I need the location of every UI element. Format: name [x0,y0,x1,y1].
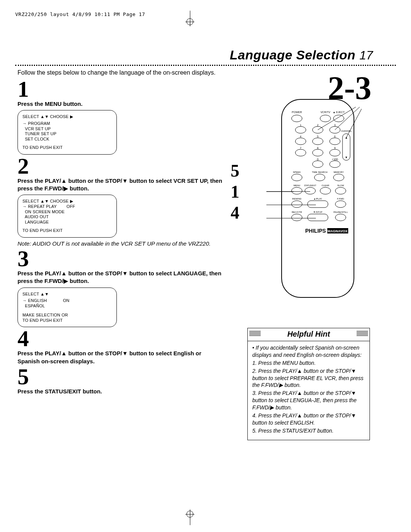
page-title: Language Selection [230,48,355,62]
svg-point-11 [295,149,306,156]
svg-text:6: 6 [334,135,336,138]
osd2-line: ON SCREEN MODE [22,209,112,215]
svg-point-12 [312,149,323,156]
svg-text:4: 4 [300,135,301,138]
intro-text: Follow the steps below to change the lan… [18,69,223,77]
svg-text:▼/STOP: ▼/STOP [313,211,322,213]
helpful-hint-box: Helpful Hint • If you accidentally selec… [247,328,370,440]
crop-mark-bottom [186,511,193,525]
svg-point-38 [292,201,302,208]
svg-point-34 [292,187,302,194]
svg-text:SPEED: SPEED [293,171,301,173]
svg-point-8 [295,138,306,145]
remote-label: POWER [292,111,302,113]
step-text-3: Press the PLAY/▲ button or the STOP/▼ bu… [18,270,223,285]
svg-text:0: 0 [317,158,319,161]
svg-text:7: 7 [300,147,301,149]
svg-point-31 [292,174,302,181]
svg-text:1: 1 [300,124,301,126]
svg-text:TIME SEARCH: TIME SEARCH [312,171,327,173]
svg-text:CLEAR: CLEAR [322,184,330,187]
hint-title: Helpful Hint [248,328,370,341]
osd2-footer: TO END PUSH EXIT [22,228,112,233]
svg-text:5: 5 [317,135,319,138]
svg-text:REC/OTR: REC/OTR [292,211,303,213]
svg-text:8: 8 [317,147,319,149]
callout-1: 1 [231,181,239,202]
hint-item: Press the PLAY/▲ button or the STOP/▼ bu… [252,368,363,388]
svg-text:▼: ▼ [345,156,348,159]
osd2-line: → REPEAT PLAY OFF [22,204,112,209]
svg-point-33 [333,174,344,181]
osd1-footer: TO END PUSH EXIT [22,145,112,150]
step-number-3: 3 [18,248,223,270]
note-audio-out: Note: AUDIO OUT is not available in the … [18,240,223,248]
hint-item: Press the PLAY/▲ button or the STOP/▼ bu… [252,412,356,426]
osd-screen-2: SELECT ▲▼ CHOOSE ▶ → REPEAT PLAY OFF ON … [18,195,117,238]
print-header: VRZ220/250 layout 4/8/99 10:11 PM Page 1… [15,11,396,17]
svg-text:F.FWD: F.FWD [337,198,344,200]
svg-point-41 [292,214,302,221]
svg-text:PAUSE/STILL: PAUSE/STILL [333,211,348,213]
step-text-2: Press the PLAY/▲ button or the STOP/▼ bu… [18,177,223,193]
svg-text:3: 3 [334,124,336,126]
svg-text:MENU: MENU [293,184,300,187]
step-number-4: 4 [18,328,223,350]
step-number-5: 5 [18,366,223,388]
svg-text:▲ EJECT: ▲ EJECT [333,111,345,113]
svg-point-43 [335,214,346,221]
osd3-line: → ENGLISH ON [22,298,112,304]
svg-point-3 [333,115,344,122]
brand-philips: PHILIPS [305,228,326,234]
step-text-5: Press the STATUS/EXIT button. [18,388,223,395]
callout-4: 4 [231,202,239,223]
osd3-footer: MAKE SELECTION OR [22,313,112,318]
svg-text:REWIND: REWIND [292,198,302,200]
osd3-header: SELECT ▲▼ [22,292,112,297]
hint-item: Press the STATUS/EXIT button. [258,428,334,434]
callout-5: 5 [231,160,239,181]
osd-screen-3: SELECT ▲▼ → ENGLISH ON ESPAÑOL MAKE SELE… [18,288,117,328]
svg-point-36 [320,187,331,194]
svg-text:9: 9 [334,147,336,149]
svg-point-5 [295,126,306,133]
svg-point-35 [305,187,315,194]
svg-point-2 [320,115,331,122]
svg-point-15 [330,161,340,168]
remote-label: VCR/TV [320,111,330,113]
step-text-4: Press the PLAY/▲ button or the STOP/▼ bu… [18,350,223,365]
step-number-2: 2 [18,155,223,177]
svg-text:▲/PLAY: ▲/PLAY [314,198,322,200]
osd2-header: SELECT ▲▼ CHOOSE ▶ [22,199,112,204]
crop-mark-top [186,11,193,25]
hint-bullet: If you accidentally select Spanish on-sc… [252,345,362,358]
svg-point-13 [330,149,340,156]
svg-point-9 [312,138,323,145]
svg-point-37 [335,187,346,194]
svg-point-10 [330,138,340,145]
osd1-header: SELECT ▲▼ CHOOSE ▶ [22,114,112,120]
svg-text:+100: +100 [332,158,338,161]
divider-dotted [15,65,396,66]
osd1-line: VCR SET UP [22,126,112,132]
osd2-line: AUDIO OUT [22,214,112,220]
brand-magnavox: MAGNAVOX [328,229,347,233]
svg-rect-39 [307,201,328,208]
osd3-line: ESPAÑOL [22,304,112,309]
svg-text:STATUS/EXIT: STATUS/EXIT [304,184,316,187]
osd1-line: → PROGRAM [22,121,112,126]
osd3-footer: TO END PUSH EXIT [22,318,112,323]
page-number: 17 [359,48,373,62]
osd2-line: LANGUAGE [22,220,112,225]
osd1-line: SET CLOCK [22,137,112,142]
hint-item: Press the PLAY/▲ button or the STOP/▼ bu… [252,390,357,411]
osd-screen-1: SELECT ▲▼ CHOOSE ▶ → PROGRAM VCR SET UP … [18,110,117,155]
svg-text:MEMORY: MEMORY [334,171,344,173]
svg-point-1 [292,115,302,122]
svg-point-14 [312,161,323,168]
step-text-1: Press the MENU button. [18,100,223,108]
svg-text:SLOW: SLOW [337,184,344,187]
svg-text:▲: ▲ [345,136,348,139]
svg-point-32 [314,174,325,181]
osd1-line: TUNER SET UP [22,131,112,137]
